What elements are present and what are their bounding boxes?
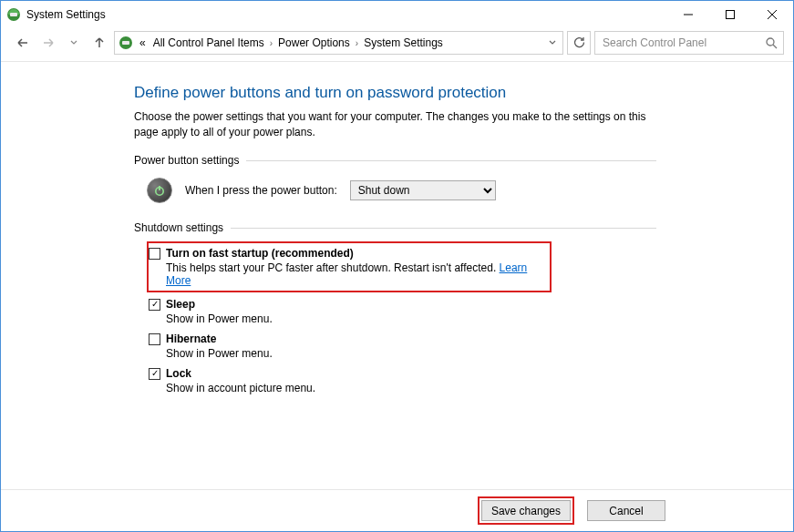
page-intro: Choose the power settings that you want … (134, 109, 656, 141)
svg-rect-7 (122, 41, 129, 45)
back-button[interactable] (12, 32, 34, 54)
save-button[interactable]: Save changes (481, 500, 571, 521)
option-label: Turn on fast startup (recommended) (166, 247, 354, 260)
breadcrumb-item[interactable]: All Control Panel Items (150, 36, 267, 49)
content-area: Define power buttons and turn on passwor… (1, 62, 793, 489)
option-lock: Lock Show in account picture menu. (149, 367, 656, 394)
window-title: System Settings (26, 8, 106, 21)
breadcrumb-prefix: « (137, 36, 149, 49)
section-label: Power button settings (134, 154, 239, 167)
option-fast-startup: Turn on fast startup (recommended) This … (149, 247, 541, 287)
option-desc: Show in Power menu. (166, 312, 656, 325)
titlebar: System Settings (1, 1, 793, 28)
chevron-down-icon[interactable] (544, 36, 561, 49)
chevron-right-icon: › (269, 38, 273, 48)
option-hibernate: Hibernate Show in Power menu. (149, 332, 656, 360)
up-button[interactable] (88, 32, 110, 54)
breadcrumb-item[interactable]: Power Options (275, 36, 353, 49)
search-input[interactable] (601, 36, 760, 50)
checkbox-fast-startup[interactable] (149, 248, 160, 260)
cancel-button[interactable]: Cancel (587, 500, 665, 521)
close-button[interactable] (751, 1, 793, 28)
highlight-save: Save changes (478, 496, 574, 525)
option-label: Hibernate (166, 332, 216, 345)
footer: Save changes Cancel (1, 489, 793, 531)
address-bar[interactable]: « All Control Panel Items › Power Option… (114, 31, 563, 55)
svg-point-8 (767, 38, 774, 46)
maximize-button[interactable] (709, 1, 751, 28)
checkbox-sleep[interactable] (149, 299, 160, 311)
option-label: Lock (166, 367, 191, 380)
search-icon (766, 37, 778, 49)
option-sleep: Sleep Show in Power menu. (149, 298, 656, 325)
svg-rect-3 (727, 11, 735, 19)
section-label: Shutdown settings (134, 221, 223, 234)
refresh-button[interactable] (567, 31, 591, 55)
checkbox-lock[interactable] (149, 368, 160, 380)
app-icon (6, 7, 21, 22)
window: System Settings (0, 0, 794, 532)
shutdown-section-header: Shutdown settings (134, 221, 656, 234)
option-label: Sleep (166, 298, 195, 311)
svg-rect-1 (10, 13, 17, 16)
power-button-section-header: Power button settings (134, 154, 656, 167)
option-desc: Show in Power menu. (166, 347, 656, 360)
svg-line-9 (773, 45, 777, 48)
search-box[interactable] (594, 31, 784, 55)
shutdown-options: Turn on fast startup (recommended) This … (134, 241, 656, 394)
page-heading: Define power buttons and turn on passwor… (134, 84, 656, 102)
chevron-right-icon: › (355, 38, 359, 48)
nav-row: « All Control Panel Items › Power Option… (1, 28, 793, 61)
checkbox-hibernate[interactable] (149, 333, 160, 345)
control-panel-icon (119, 36, 133, 50)
power-button-label: When I press the power button: (185, 184, 337, 197)
breadcrumb-item[interactable]: System Settings (361, 36, 446, 49)
option-desc: Show in account picture menu. (166, 382, 656, 394)
power-icon (147, 178, 172, 203)
minimize-button[interactable] (667, 1, 709, 28)
option-desc: This helps start your PC faster after sh… (166, 261, 496, 274)
power-button-row: When I press the power button: Shut down (134, 176, 656, 212)
power-button-select[interactable]: Shut down (350, 180, 496, 200)
recent-dropdown-icon[interactable] (63, 32, 85, 54)
forward-button[interactable] (37, 32, 59, 54)
highlight-fast-startup: Turn on fast startup (recommended) This … (147, 241, 552, 292)
